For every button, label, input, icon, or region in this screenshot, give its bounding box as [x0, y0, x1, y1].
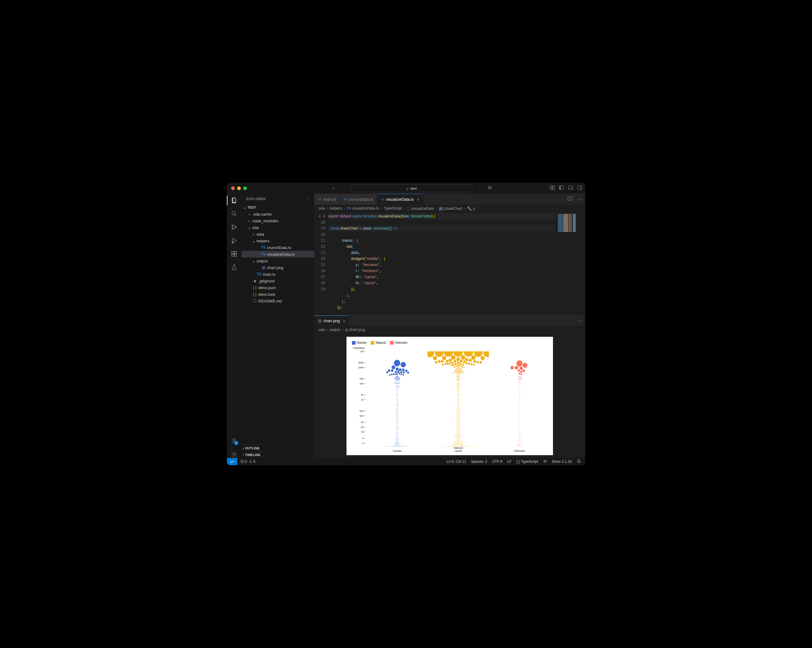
- breadcrumb-item[interactable]: [ϕ] drawChart: [439, 206, 462, 211]
- tree-file[interactable]: { }deno.json: [241, 284, 314, 291]
- tree-file[interactable]: TSvisualizeData.ts: [241, 251, 314, 258]
- svg-point-477: [460, 381, 460, 381]
- status-problems[interactable]: ⓧ 0 ⚠ 0: [240, 459, 255, 464]
- svg-point-825: [456, 431, 456, 432]
- activity-run-debug-icon[interactable]: [230, 237, 238, 244]
- split-editor-icon[interactable]: [568, 196, 572, 202]
- breadcrumb-item[interactable]: sda: [319, 206, 325, 210]
- minimize-window-button[interactable]: [237, 186, 241, 190]
- tree-folder[interactable]: ›.sda-cache: [241, 211, 314, 217]
- tree-folder[interactable]: ›data: [241, 231, 314, 238]
- svg-point-522: [458, 389, 458, 389]
- svg-point-549: [458, 394, 459, 395]
- svg-point-1033: [459, 444, 459, 445]
- editor-tab[interactable]: TSmain.ts: [314, 194, 340, 205]
- svg-point-542: [459, 393, 459, 393]
- svg-point-999: [461, 443, 462, 443]
- toggle-panel-left-icon[interactable]: [559, 185, 564, 191]
- tree-file[interactable]: TScrunchData.ts: [241, 244, 314, 251]
- command-center[interactable]: ⌕ test: [351, 184, 472, 192]
- svg-point-961: [457, 441, 458, 442]
- activity-explorer-icon[interactable]: [230, 197, 238, 204]
- svg-point-273: [398, 444, 398, 444]
- activity-search-icon[interactable]: [230, 210, 238, 217]
- status-encoding[interactable]: UTF-8: [492, 459, 502, 464]
- explorer-more-icon[interactable]: ⋯: [306, 197, 310, 201]
- close-tab-icon[interactable]: ×: [343, 319, 345, 323]
- svg-point-118: [397, 408, 398, 408]
- outline-section[interactable]: ›OUTLINE: [241, 445, 314, 451]
- svg-point-1211: [519, 414, 520, 415]
- svg-point-1192: [519, 392, 520, 392]
- breadcrumb-item[interactable]: ⬚ visualizeData: [407, 206, 434, 211]
- activity-settings-icon[interactable]: [230, 451, 238, 458]
- editor-more-icon[interactable]: ⋯: [577, 197, 582, 202]
- tree-file[interactable]: ⓘREADME.md: [241, 297, 314, 304]
- svg-point-270: [396, 444, 397, 444]
- activity-testing-icon[interactable]: [230, 264, 238, 271]
- breadcrumb-item[interactable]: sda: [319, 328, 325, 332]
- tree-folder[interactable]: ⌄output: [241, 258, 314, 264]
- svg-point-892: [459, 436, 459, 436]
- svg-point-663: [458, 412, 459, 413]
- copilot-icon[interactable]: [487, 185, 492, 191]
- svg-point-40: [403, 371, 405, 374]
- toggle-panel-bottom-icon[interactable]: [568, 185, 573, 191]
- close-window-button[interactable]: [231, 186, 235, 190]
- tree-file[interactable]: TSmain.ts: [241, 271, 314, 277]
- breadcrumb-item[interactable]: output: [330, 328, 340, 332]
- tree-folder[interactable]: ⌄helpers: [241, 238, 314, 244]
- svg-point-244: [398, 441, 398, 442]
- svg-rect-19: [232, 252, 234, 253]
- status-notifications-icon[interactable]: [577, 459, 581, 464]
- svg-point-1271: [519, 445, 520, 445]
- breadcrumb-item[interactable]: TS visualizeData.ts: [347, 206, 379, 210]
- tree-file[interactable]: ◆.gitignore: [241, 277, 314, 284]
- timeline-section[interactable]: ›TIMELINE: [241, 451, 314, 458]
- preview-more-icon[interactable]: ⋯: [577, 318, 582, 324]
- svg-point-583: [458, 401, 458, 401]
- svg-point-31: [399, 368, 401, 371]
- layout-customize-icon[interactable]: [550, 185, 555, 191]
- tree-folder[interactable]: ⌄sda: [241, 224, 314, 231]
- tree-file[interactable]: ▧chart.png: [241, 264, 314, 271]
- tree-root[interactable]: ⌄TEST: [241, 204, 314, 211]
- breadcrumb-item[interactable]: TypeScript: [384, 206, 402, 210]
- status-runtime[interactable]: Deno 2.1.10: [552, 459, 572, 464]
- copilot-chevron-icon[interactable]: ⌄: [496, 187, 499, 190]
- status-cursor-position[interactable]: Ln 9, Col 11: [446, 459, 466, 464]
- nav-back-icon[interactable]: ←: [331, 186, 336, 191]
- editor-tab[interactable]: TSvisualizeData.ts×: [377, 194, 423, 205]
- activity-source-control-icon[interactable]: [230, 224, 238, 231]
- svg-point-403: [455, 363, 457, 365]
- toggle-panel-right-icon[interactable]: [577, 185, 582, 191]
- editor-tab[interactable]: TScrunchData.ts: [340, 194, 377, 205]
- breadcrumb[interactable]: sda›helpers›TS visualizeData.ts›TypeScri…: [314, 205, 585, 212]
- svg-point-783: [458, 426, 458, 426]
- status-indentation[interactable]: Spaces: 2: [471, 459, 487, 464]
- minimap[interactable]: [555, 212, 585, 315]
- tree-folder[interactable]: ›node_modules: [241, 217, 314, 224]
- svg-point-478: [458, 382, 458, 382]
- breadcrumb-item[interactable]: helpers: [330, 206, 342, 210]
- status-eol[interactable]: LF: [507, 459, 511, 464]
- editor-tab[interactable]: ▧chart.png×: [314, 316, 349, 326]
- breadcrumb-item[interactable]: ▧ chart.png: [345, 328, 365, 332]
- nav-forward-icon[interactable]: →: [341, 186, 346, 191]
- svg-point-422: [455, 369, 456, 370]
- svg-point-140: [397, 415, 398, 416]
- status-copilot-icon[interactable]: [543, 459, 547, 464]
- breadcrumb-item[interactable]: 🔧 y: [467, 206, 475, 211]
- svg-point-177: [397, 426, 398, 427]
- remote-indicator[interactable]: [227, 458, 237, 465]
- code-editor[interactable]: 4 6 18 19 20 21 22 23 24 25 26 27 28 29 …: [314, 212, 585, 315]
- close-tab-icon[interactable]: ×: [417, 197, 419, 202]
- preview-breadcrumb[interactable]: sda›output›▧ chart.png: [314, 326, 585, 334]
- activity-extensions-icon[interactable]: [230, 250, 238, 258]
- maximize-window-button[interactable]: [243, 186, 247, 190]
- svg-point-452: [457, 375, 457, 376]
- tree-file[interactable]: { }deno.lock: [241, 291, 314, 297]
- activity-accounts-icon[interactable]: 1: [230, 437, 238, 445]
- status-language-mode[interactable]: { } TypeScript: [516, 459, 538, 464]
- svg-point-491: [458, 385, 459, 385]
